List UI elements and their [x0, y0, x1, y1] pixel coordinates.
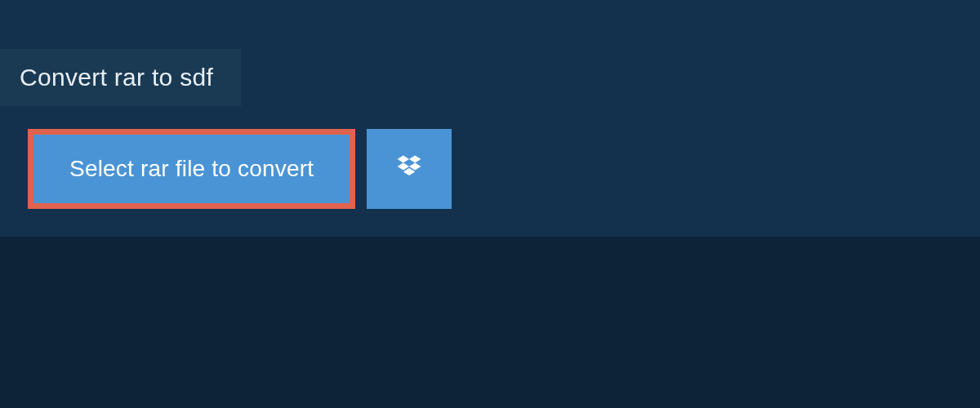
dropbox-button[interactable]	[367, 129, 452, 209]
page-title-tab: Convert rar to sdf	[0, 49, 241, 106]
upload-button-row: Select rar file to convert	[0, 106, 980, 237]
svg-marker-0	[398, 156, 409, 163]
select-file-button-label: Select rar file to convert	[69, 156, 314, 182]
svg-marker-3	[409, 163, 421, 171]
page-title: Convert rar to sdf	[20, 64, 213, 91]
dropbox-icon	[394, 153, 424, 185]
svg-marker-1	[409, 156, 421, 163]
select-file-button[interactable]: Select rar file to convert	[28, 129, 355, 209]
svg-marker-2	[398, 163, 409, 171]
converter-panel: Convert rar to sdf Select rar file to co…	[0, 0, 980, 237]
